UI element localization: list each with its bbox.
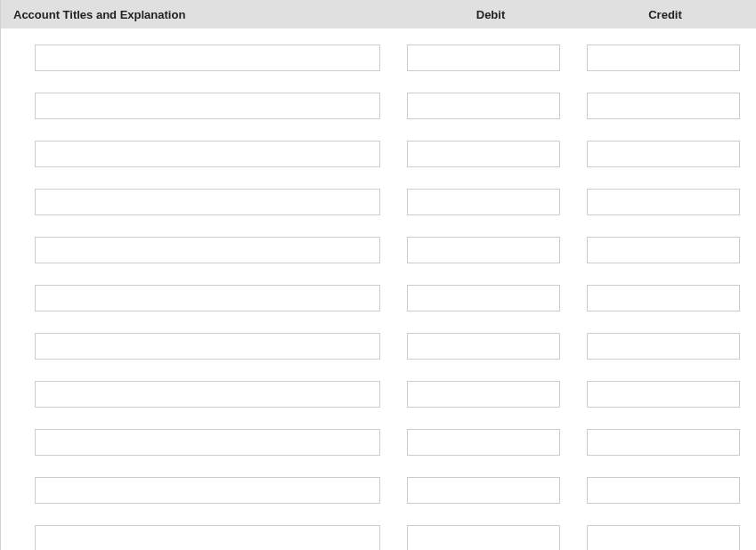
debit-input[interactable]	[407, 429, 560, 456]
credit-input[interactable]	[587, 141, 740, 167]
journal-entry-form: Account Titles and Explanation Debit Cre…	[0, 0, 756, 550]
header-debit: Debit	[403, 8, 578, 21]
table-row	[1, 333, 756, 360]
credit-input[interactable]	[587, 477, 740, 504]
debit-input[interactable]	[407, 333, 560, 360]
account-input[interactable]	[35, 333, 380, 360]
header-account-titles: Account Titles and Explanation	[1, 8, 403, 21]
debit-input[interactable]	[407, 285, 560, 311]
account-input[interactable]	[35, 477, 380, 504]
credit-input[interactable]	[587, 189, 740, 215]
rows-wrapper	[1, 28, 756, 550]
credit-input[interactable]	[587, 93, 740, 119]
account-input[interactable]	[35, 237, 380, 263]
credit-input[interactable]	[587, 44, 740, 71]
credit-input[interactable]	[587, 333, 740, 360]
table-header: Account Titles and Explanation Debit Cre…	[1, 0, 756, 28]
table-row	[1, 285, 756, 311]
account-input[interactable]	[35, 381, 380, 408]
credit-input[interactable]	[587, 237, 740, 263]
credit-input[interactable]	[587, 381, 740, 408]
table-row	[1, 525, 756, 550]
account-input[interactable]	[35, 525, 380, 550]
account-input[interactable]	[35, 93, 380, 119]
table-row	[1, 93, 756, 119]
credit-input[interactable]	[587, 525, 740, 550]
account-input[interactable]	[35, 429, 380, 456]
debit-input[interactable]	[407, 525, 560, 550]
debit-input[interactable]	[407, 44, 560, 71]
account-input[interactable]	[35, 189, 380, 215]
account-input[interactable]	[35, 285, 380, 311]
account-input[interactable]	[35, 141, 380, 167]
credit-input[interactable]	[587, 285, 740, 311]
account-input[interactable]	[35, 44, 380, 71]
debit-input[interactable]	[407, 237, 560, 263]
debit-input[interactable]	[407, 189, 560, 215]
table-row	[1, 237, 756, 263]
debit-input[interactable]	[407, 477, 560, 504]
header-credit: Credit	[578, 8, 752, 21]
table-row	[1, 477, 756, 504]
debit-input[interactable]	[407, 381, 560, 408]
credit-input[interactable]	[587, 429, 740, 456]
debit-input[interactable]	[407, 93, 560, 119]
table-row	[1, 189, 756, 215]
table-row	[1, 429, 756, 456]
table-row	[1, 44, 756, 71]
table-row	[1, 141, 756, 167]
table-row	[1, 381, 756, 408]
debit-input[interactable]	[407, 141, 560, 167]
